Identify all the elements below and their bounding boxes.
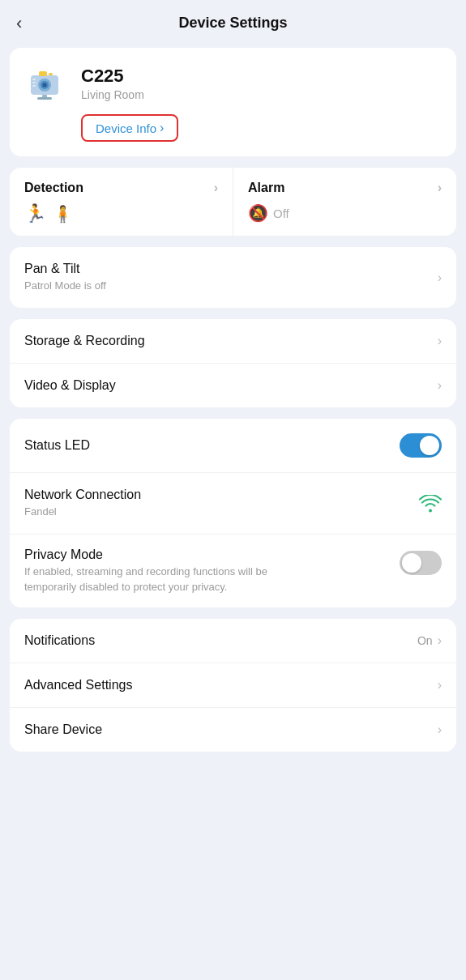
status-led-knob [420,436,439,455]
notifications-left: Notifications [24,633,95,648]
network-right [419,495,442,513]
device-info-label: Device Info [96,121,156,135]
alarm-label: Alarm [248,181,284,195]
storage-video-section: Storage & Recording › Video & Display › [10,319,456,407]
video-left: Video & Display [24,378,116,393]
header: ‹ Device Settings [0,0,466,41]
detection-item[interactable]: Detection › 🏃 🧍 [10,168,233,236]
storage-label: Storage & Recording [24,334,145,348]
storage-right: › [438,334,442,348]
advanced-item[interactable]: Advanced Settings › [10,663,456,708]
privacy-item[interactable]: Privacy Mode If enabled, streaming and r… [10,535,456,607]
network-item[interactable]: Network Connection Fandel [10,473,456,535]
device-model: C225 [81,66,144,87]
pan-tilt-left: Pan & Tilt Patrol Mode is off [24,262,106,293]
advanced-right: › [438,678,442,692]
device-card: C225 Living Room Device Info › [10,48,456,156]
pan-tilt-label: Pan & Tilt [24,262,106,276]
pan-tilt-sub: Patrol Mode is off [24,279,106,293]
privacy-label: Privacy Mode [24,548,267,562]
privacy-right [400,551,442,575]
alarm-item[interactable]: Alarm › 🔕 Off [233,168,456,236]
pan-tilt-chevron: › [438,271,442,285]
device-camera-icon [24,61,70,106]
alarm-status: Off [273,207,289,220]
detection-alarm-section: Detection › 🏃 🧍 Alarm › 🔕 Off [10,168,456,236]
pan-tilt-right: › [438,271,442,285]
network-value: Fandel [24,505,141,519]
device-info: C225 Living Room [81,66,144,101]
status-led-toggle[interactable] [400,433,442,458]
notifications-right: On › [417,633,442,648]
detection-label-row: Detection › [24,181,218,195]
motion-icon: 🏃 [24,203,46,224]
status-led-left: Status LED [24,438,90,453]
alarm-chevron: › [438,181,442,195]
network-left: Network Connection Fandel [24,488,141,519]
detection-icons: 🏃 🧍 [24,203,218,224]
privacy-toggle[interactable] [400,551,442,575]
person-icon: 🧍 [53,204,73,224]
video-item[interactable]: Video & Display › [10,364,456,407]
storage-left: Storage & Recording [24,334,145,348]
alarm-off-icon: 🔕 [248,203,268,223]
svg-rect-4 [39,71,47,76]
svg-rect-10 [37,97,52,100]
device-info-chevron: › [160,121,164,135]
advanced-chevron: › [438,678,442,692]
detection-label: Detection [24,181,83,195]
status-led-item[interactable]: Status LED [10,419,456,473]
privacy-knob [402,553,421,573]
share-left: Share Device [24,722,102,737]
share-item[interactable]: Share Device › [10,708,456,752]
privacy-sub: If enabled, streaming and recording func… [24,565,267,594]
alarm-label-row: Alarm › [248,181,442,195]
wifi-icon [419,495,442,513]
alarm-status-row: 🔕 Off [248,203,442,223]
svg-rect-7 [32,82,36,83]
page-title: Device Settings [178,15,287,32]
led-network-privacy-section: Status LED Network Connection Fandel Pri… [10,419,456,607]
detection-chevron: › [214,181,218,195]
storage-item[interactable]: Storage & Recording › [10,319,456,364]
status-led-right [400,433,442,458]
video-label: Video & Display [24,378,116,393]
network-label: Network Connection [24,488,141,502]
video-right: › [438,378,442,393]
share-right: › [438,722,442,737]
share-chevron: › [438,722,442,737]
advanced-label: Advanced Settings [24,678,132,692]
svg-rect-6 [32,79,36,80]
device-top: C225 Living Room [24,61,442,106]
notifications-label: Notifications [24,633,95,648]
status-led-label: Status LED [24,438,90,453]
pan-tilt-item[interactable]: Pan & Tilt Patrol Mode is off › [10,247,456,308]
bottom-section: Notifications On › Advanced Settings › S… [10,619,456,752]
advanced-left: Advanced Settings [24,678,132,692]
storage-chevron: › [438,334,442,348]
svg-point-3 [43,83,47,87]
device-location: Living Room [81,88,144,101]
privacy-left: Privacy Mode If enabled, streaming and r… [24,548,267,594]
video-chevron: › [438,378,442,393]
detection-alarm-row: Detection › 🏃 🧍 Alarm › 🔕 Off [10,168,456,236]
notifications-item[interactable]: Notifications On › [10,619,456,663]
device-info-button[interactable]: Device Info › [81,114,178,142]
svg-rect-5 [49,73,53,75]
notifications-chevron: › [438,633,442,648]
pan-tilt-section: Pan & Tilt Patrol Mode is off › [10,247,456,308]
notifications-status: On [417,634,433,647]
share-label: Share Device [24,722,102,737]
svg-rect-8 [32,85,36,87]
back-button[interactable]: ‹ [16,13,22,34]
